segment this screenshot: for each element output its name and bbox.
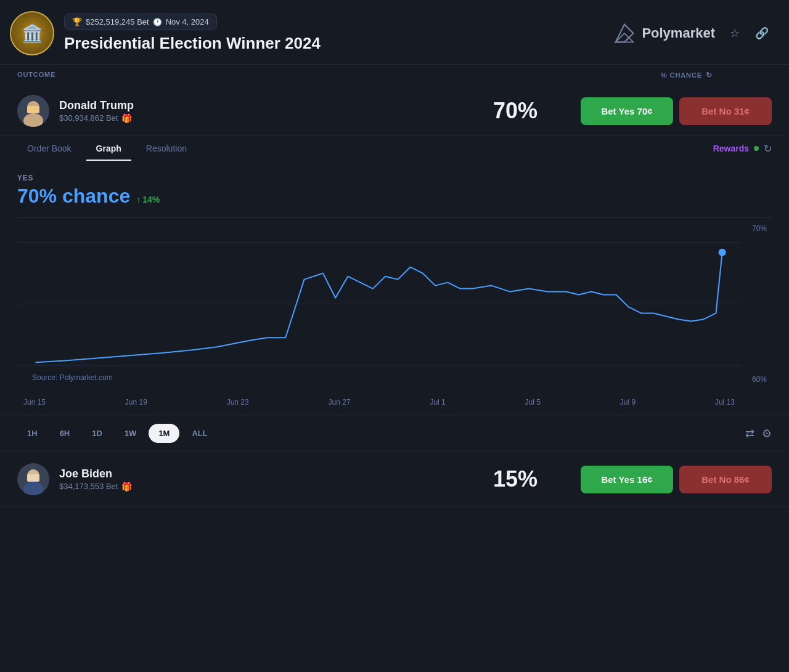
arrow-up-icon: ↑ [136,195,141,204]
trump-bet-no-button[interactable]: Bet No 31¢ [679,97,772,125]
trump-name: Donald Trump [59,99,450,112]
tab-graph[interactable]: Graph [86,136,131,161]
biden-name: Joe Biden [59,468,450,480]
polymarket-brand: Polymarket [613,22,715,44]
graph-area: YES 70% chance ↑ 14% Polymarket [0,161,789,415]
tabs-right-section: Rewards ↻ [713,143,772,155]
trump-action-buttons: Bet Yes 70¢ Bet No 31¢ [581,97,772,125]
graph-yes-label: YES [17,174,772,182]
header-right: Polymarket ☆ 🔗 [613,22,772,44]
x-label-jul5: Jul 5 [525,398,541,407]
polymarket-logo-icon [613,22,636,44]
trophy-icon: 🏆 [72,17,82,26]
x-label-jun23: Jun 23 [227,398,249,407]
star-button[interactable]: ☆ [725,23,745,43]
price-chart: 70% 60% Source: Polymarket.com Jun 15 Ju… [17,217,772,415]
settings-icon[interactable]: ⚙ [762,427,772,440]
time-filter-1m[interactable]: 1M [149,424,179,443]
bet-date: Nov 4, 2024 [166,17,209,26]
clock-icon: 🕐 [153,18,162,26]
time-filter-1w[interactable]: 1W [115,424,147,443]
biden-bet: $34,173,553 Bet 🎁 [59,482,450,492]
trump-info: Donald Trump $30,934,862 Bet 🎁 [59,99,450,123]
x-label-jun27: Jun 27 [329,398,351,407]
chart-x-labels: Jun 15 Jun 19 Jun 23 Jun 27 Jul 1 Jul 5 … [17,390,741,415]
biden-bet-no-button[interactable]: Bet No 86¢ [679,466,772,493]
outcome-column-header: OUTCOME [17,71,661,79]
trump-bet-yes-button[interactable]: Bet Yes 70¢ [581,97,673,125]
page-title: Presidential Election Winner 2024 [64,34,603,53]
svg-rect-15 [27,474,39,482]
biden-candidate-row: Joe Biden $34,173,553 Bet 🎁 15% Bet Yes … [0,452,789,507]
swap-icon[interactable]: ⇄ [745,427,754,440]
time-filter-1d[interactable]: 1D [82,424,112,443]
refresh-icon[interactable]: ↻ [706,71,713,79]
chart-svg [17,218,741,390]
biden-gift-icon: 🎁 [121,482,132,492]
time-filter-all[interactable]: ALL [182,424,217,443]
biden-avatar [17,463,49,495]
svg-rect-5 [27,106,39,113]
time-filter-1h[interactable]: 1H [17,424,47,443]
x-label-jun15: Jun 15 [23,398,46,407]
time-filter-bar: 1H 6H 1D 1W 1M ALL ⇄ ⚙ [0,415,789,452]
chart-tool-icons: ⇄ ⚙ [745,427,772,440]
biden-bet-yes-button[interactable]: Bet Yes 16¢ [581,466,673,493]
x-label-jul1: Jul 1 [430,398,445,407]
trump-candidate-row: Donald Trump $30,934,862 Bet 🎁 70% Bet Y… [0,86,789,136]
x-label-jul13: Jul 13 [715,398,735,407]
graph-change-value: ↑ 14% [136,195,160,204]
tabs-row: Order Book Graph Resolution Rewards ↻ [0,136,789,161]
rewards-active-dot [754,146,759,151]
rewards-link[interactable]: Rewards [713,144,749,153]
x-label-jun19: Jun 19 [125,398,147,407]
y-label-60: 60% [752,375,767,384]
header-center: 🏆 $252,519,245 Bet 🕐 Nov 4, 2024 Preside… [64,14,603,53]
trump-chance: 70% [460,98,571,124]
biden-action-buttons: Bet Yes 16¢ Bet No 86¢ [581,466,772,493]
link-button[interactable]: 🔗 [752,23,772,43]
polymarket-label: Polymarket [642,25,715,41]
header-action-icons: ☆ 🔗 [725,23,772,43]
graph-chance-line: 70% chance ↑ 14% [17,185,772,208]
tab-resolution[interactable]: Resolution [136,136,197,161]
trump-bet: $30,934,862 Bet 🎁 [59,113,450,123]
presidential-seal: 🏛️ [10,11,54,55]
biden-info: Joe Biden $34,173,553 Bet 🎁 [59,468,450,492]
y-label-70: 70% [752,224,767,233]
outcome-header-row: OUTCOME % CHANCE ↻ [0,65,789,86]
chart-y-labels: 70% 60% [752,218,767,390]
chance-column-header: % CHANCE ↻ [661,71,772,79]
refresh-tab-icon[interactable]: ↻ [764,143,772,155]
svg-point-11 [719,249,726,256]
trump-avatar [17,95,49,127]
bet-badge: 🏆 $252,519,245 Bet 🕐 Nov 4, 2024 [64,14,217,30]
source-label: Source: Polymarket.com [27,371,118,384]
gift-icon: 🎁 [121,113,132,123]
time-filter-6h[interactable]: 6H [50,424,80,443]
tab-order-book[interactable]: Order Book [17,136,81,161]
biden-chance: 15% [460,466,571,492]
page-header: 🏛️ 🏆 $252,519,245 Bet 🕐 Nov 4, 2024 Pres… [0,0,789,65]
header-top-row: 🏆 $252,519,245 Bet 🕐 Nov 4, 2024 [64,14,603,30]
x-label-jul9: Jul 9 [620,398,636,407]
graph-chance-value: 70% chance [17,185,130,208]
bet-amount: $252,519,245 Bet [86,17,149,26]
